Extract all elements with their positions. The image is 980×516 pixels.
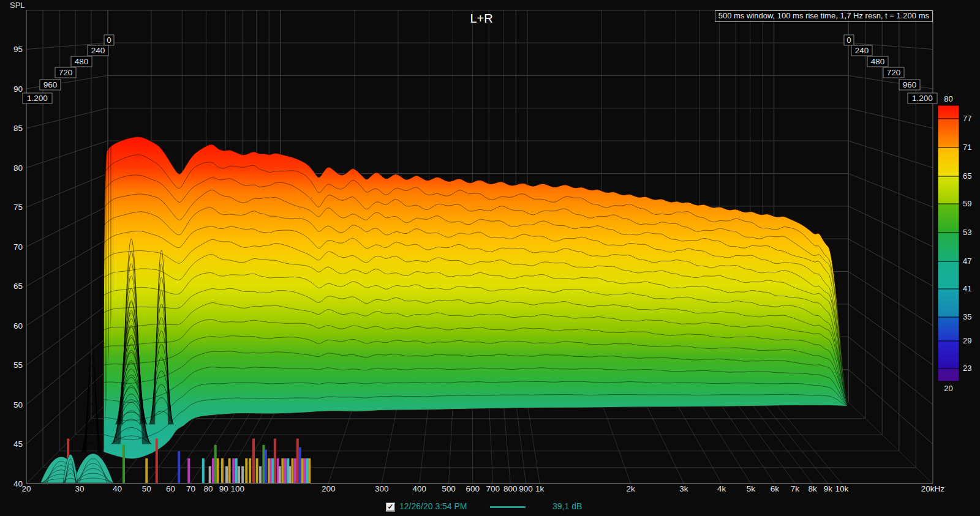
freq-tick-label: 3k bbox=[679, 484, 688, 493]
marker-bar bbox=[145, 458, 148, 483]
time-tick-label: 480 bbox=[75, 57, 89, 66]
spl-axis-label: SPL bbox=[10, 1, 25, 10]
colorbar-tick-label: 29 bbox=[963, 336, 971, 345]
spl-tick-label: 95 bbox=[13, 45, 23, 54]
marker-bar bbox=[265, 450, 267, 484]
freq-tick-label: 400 bbox=[413, 484, 427, 493]
freq-tick-label: 90 bbox=[219, 484, 228, 493]
legend-checkbox[interactable]: ✓ bbox=[386, 503, 395, 512]
legend-value-label: 39,1 dB bbox=[552, 501, 582, 511]
colorbar-tick-label: 47 bbox=[963, 256, 971, 266]
colorbar-tick-label: 41 bbox=[963, 284, 971, 293]
marker-bar bbox=[156, 439, 158, 484]
freq-tick-label: 80 bbox=[203, 484, 213, 493]
time-tick-label: 720 bbox=[59, 68, 73, 77]
freq-tick-label: 2k bbox=[626, 484, 635, 493]
spl-tick-label: 65 bbox=[13, 282, 23, 291]
spl-tick-label: 50 bbox=[13, 400, 23, 409]
spl-tick-label: 80 bbox=[13, 163, 23, 173]
waterfall-surface bbox=[81, 136, 848, 458]
marker-bar bbox=[178, 451, 180, 483]
legend-date-label: 12/26/20 3:54 PM bbox=[399, 501, 467, 511]
colorbar-min-label: 20 bbox=[944, 384, 952, 393]
colorbar: 807771655953474135292320 bbox=[938, 94, 971, 393]
time-tick-label: 0 bbox=[846, 36, 851, 45]
marker-bar bbox=[217, 458, 219, 483]
spl-tick-label: 45 bbox=[13, 439, 23, 449]
freq-tick-label: 50 bbox=[142, 484, 151, 493]
marker-bar bbox=[238, 466, 240, 483]
colorbar-tick-label: 53 bbox=[963, 228, 971, 237]
marker-bar bbox=[209, 466, 211, 483]
marker-bar bbox=[296, 439, 299, 484]
time-tick-label: 240 bbox=[855, 46, 869, 55]
marker-bar bbox=[288, 466, 291, 483]
spl-tick-label: 55 bbox=[13, 361, 23, 370]
marker-bar bbox=[304, 458, 306, 483]
colorbar-tick-label: 59 bbox=[963, 199, 971, 208]
time-tick-label: 1.200 bbox=[912, 94, 933, 103]
marker-bar bbox=[294, 458, 296, 483]
freq-tick-label: 800 bbox=[503, 484, 518, 493]
spl-tick-label: 40 bbox=[13, 479, 23, 488]
freq-tick-label: 20 bbox=[21, 484, 31, 493]
marker-bar bbox=[281, 458, 284, 483]
marker-bar bbox=[235, 458, 238, 483]
spl-tick-label: 70 bbox=[13, 242, 23, 252]
colorbar-tick-label: 77 bbox=[963, 114, 971, 123]
colorbar-max-label: 80 bbox=[944, 94, 952, 103]
freq-tick-label: 40 bbox=[113, 484, 122, 493]
marker-bar bbox=[301, 458, 304, 483]
marker-bar bbox=[306, 458, 309, 483]
spectrogram-plot[interactable]: 2030405060708090100200300400500600700800… bbox=[0, 0, 980, 516]
marker-bar bbox=[241, 466, 244, 483]
freq-tick-label: 5k bbox=[747, 484, 756, 493]
colorbar-tick-label: 35 bbox=[963, 312, 971, 321]
marker-bar bbox=[262, 445, 265, 483]
measurement-settings-box: 500 ms window, 100 ms rise time, 1,7 Hz … bbox=[715, 10, 933, 22]
legend-row: ✓ 12/26/20 3:54 PM 39,1 dB bbox=[0, 499, 980, 516]
marker-bar bbox=[225, 466, 228, 483]
marker-bar bbox=[212, 458, 214, 483]
time-tick-label: 1.200 bbox=[27, 94, 48, 103]
freq-tick-label: 4k bbox=[717, 484, 726, 493]
freq-tick-label: 900 bbox=[519, 484, 533, 493]
spl-tick-label: 90 bbox=[13, 84, 23, 94]
colorbar-tick-label: 23 bbox=[963, 364, 971, 373]
marker-bar bbox=[232, 458, 235, 483]
spectrogram-window: 2030405060708090100200300400500600700800… bbox=[0, 0, 980, 516]
marker-bar bbox=[249, 458, 251, 483]
marker-bar bbox=[214, 445, 217, 483]
colorbar-tick-label: 71 bbox=[963, 143, 971, 152]
freq-tick-label: 6k bbox=[771, 484, 780, 493]
spl-tick-label: 60 bbox=[13, 321, 23, 331]
marker-bar bbox=[259, 466, 262, 483]
freq-tick-label: 200 bbox=[322, 484, 336, 493]
marker-bar bbox=[221, 458, 224, 483]
marker-bar bbox=[252, 439, 255, 484]
time-tick-label: 240 bbox=[91, 46, 105, 55]
time-tick-label: 960 bbox=[43, 80, 58, 89]
freq-tick-label: 10k bbox=[835, 484, 849, 493]
spl-tick-label: 75 bbox=[13, 203, 23, 212]
marker-bar bbox=[284, 458, 287, 483]
legend-line-sample bbox=[490, 506, 526, 508]
freq-tick-label: 70 bbox=[186, 484, 195, 493]
freq-tick-label: 9k bbox=[824, 484, 833, 493]
marker-bar bbox=[228, 458, 231, 483]
marker-bar bbox=[256, 458, 258, 483]
time-tick-label: 480 bbox=[871, 57, 885, 66]
marker-bar bbox=[245, 458, 247, 483]
time-tick-label: 720 bbox=[887, 68, 901, 77]
marker-bar bbox=[274, 439, 276, 484]
freq-tick-label: 20kHz bbox=[921, 484, 945, 493]
spl-tick-label: 85 bbox=[13, 124, 23, 133]
marker-bar bbox=[299, 447, 301, 483]
freq-tick-label: 7k bbox=[791, 484, 800, 493]
time-tick-label: 960 bbox=[903, 80, 917, 89]
marker-bar bbox=[123, 445, 125, 483]
marker-bar bbox=[308, 458, 311, 483]
freq-tick-label: 500 bbox=[442, 484, 456, 493]
freq-tick-label: 30 bbox=[75, 484, 84, 493]
marker-bar bbox=[187, 458, 190, 483]
